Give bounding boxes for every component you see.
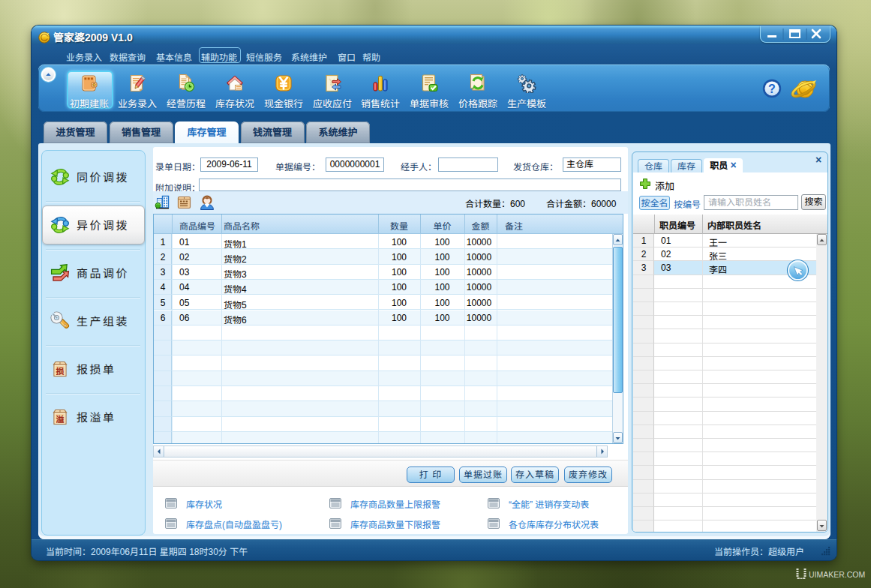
svg-text:溢: 溢: [56, 412, 65, 424]
svg-text:损: 损: [56, 364, 65, 376]
svg-text:?: ?: [768, 82, 776, 95]
